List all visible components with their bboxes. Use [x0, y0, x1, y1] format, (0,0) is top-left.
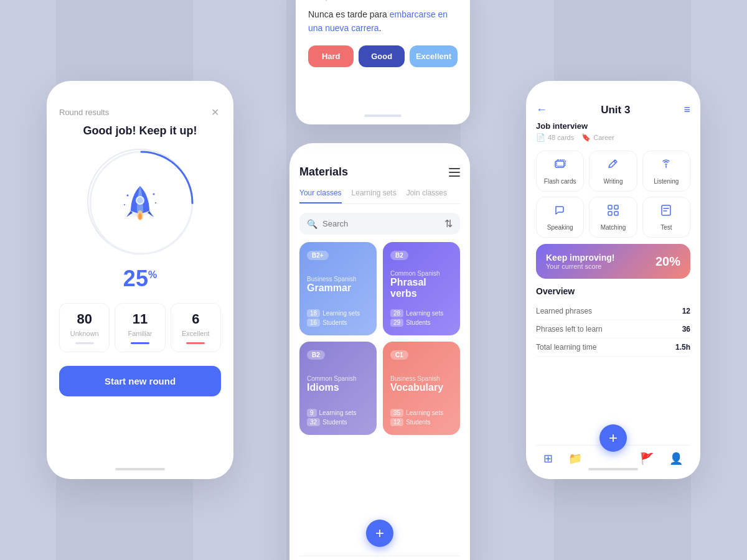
home-indicator-3	[588, 468, 638, 470]
motivational-text: Good job! Keep it up!	[83, 124, 197, 138]
example-text-before: Nunca es tarde para	[308, 9, 390, 19]
svg-rect-16	[608, 212, 612, 215]
cards-count: 48 cards	[548, 134, 574, 141]
card-name-phrasal: Phrasal verbs	[390, 277, 453, 299]
materials-tabs: Your classes Learning sets Join classes	[299, 189, 460, 204]
unit-fab-button[interactable]: +	[599, 424, 627, 452]
overview-row-learned: Learned phrases 12	[536, 302, 690, 320]
activity-speaking[interactable]: Speaking	[536, 197, 584, 238]
card-footer-vocab: 35 Learning sets 12 Students	[390, 409, 453, 426]
activity-writing[interactable]: Writing	[589, 151, 637, 192]
materials-header: Materials	[299, 166, 460, 179]
badge-b2-idioms: B2	[307, 350, 325, 360]
grammar-students: 16 Students	[307, 319, 369, 327]
tab-learning-sets[interactable]: Learning sets	[352, 189, 397, 203]
badge-b2: B2	[390, 251, 408, 260]
hard-button[interactable]: Hard	[308, 45, 354, 67]
unit-title: Unit 3	[601, 104, 630, 116]
overview-section: Overview Learned phrases 12 Phrases left…	[536, 286, 690, 357]
scene: Round results ✕ Good job! Keep it up!	[0, 0, 747, 560]
stats-row: 80 Unknown 11 Familiar 6 Excellent	[59, 303, 221, 352]
stat-bar-familiar	[131, 342, 149, 344]
example-label: Example of use	[308, 0, 458, 1]
stat-label-excellent: Excellent	[182, 330, 210, 337]
flashcards-label: Flash cards	[544, 178, 576, 185]
excellent-button[interactable]: Excellent	[410, 45, 458, 67]
fab-add-button[interactable]: +	[366, 520, 393, 547]
unit-meta: 📄 48 cards 🔖 Career	[536, 133, 690, 142]
activity-grid: Flash cards Writing Listening	[536, 151, 690, 238]
unit-nav-flag[interactable]: 🚩	[640, 452, 654, 465]
bottom-nav-materials: ⊞ 📁 🚩 👤 +	[299, 556, 460, 560]
time-value: 1.5h	[675, 343, 690, 352]
matching-label: Matching	[601, 224, 626, 231]
activity-flashcards[interactable]: Flash cards	[536, 151, 584, 192]
stat-familiar: 11 Familiar	[115, 303, 165, 352]
hamburger-menu[interactable]	[449, 168, 460, 177]
tab-join-classes[interactable]: Join classes	[406, 189, 447, 203]
card-name-idioms: Idioms	[307, 382, 369, 393]
good-button[interactable]: Good	[359, 45, 404, 67]
activity-matching[interactable]: Matching	[589, 197, 637, 238]
writing-icon	[606, 157, 620, 174]
home-indicator	[115, 468, 165, 470]
listening-icon	[659, 157, 673, 174]
class-card-grammar[interactable]: B2+ Business Spanish Grammar 18 Learning…	[299, 242, 377, 335]
start-new-round-button[interactable]: Start new round	[59, 366, 221, 396]
card-sub-grammar: Business Spanish	[307, 276, 369, 282]
stat-num-familiar: 11	[133, 311, 148, 327]
badge-b2plus: B2+	[307, 251, 329, 260]
test-icon	[659, 203, 673, 220]
stat-unknown: 80 Unknown	[59, 303, 110, 352]
unit-menu-button[interactable]: ≡	[684, 103, 690, 116]
card-name-vocab: Vocabulary	[390, 382, 453, 393]
activity-listening[interactable]: Listening	[642, 151, 690, 192]
activity-test[interactable]: Test	[642, 197, 690, 238]
stat-num-excellent: 6	[192, 311, 199, 327]
class-card-idioms[interactable]: B2 Common Spanish Idioms 9 Learning sets	[299, 342, 377, 435]
score-percent: 20%	[655, 254, 680, 269]
card-footer-idioms: 9 Learning sets 32 Students	[307, 409, 369, 426]
svg-rect-17	[614, 212, 618, 215]
back-button[interactable]: ←	[536, 103, 547, 116]
class-card-phrasal-verbs[interactable]: B2 Common Spanish Phrasal verbs 28 Learn…	[383, 242, 460, 335]
speaking-label: Speaking	[547, 224, 573, 231]
materials-title: Materials	[299, 166, 348, 179]
unit-category-meta: 🔖 Career	[581, 133, 614, 142]
close-button[interactable]: ✕	[209, 106, 221, 118]
cards-icon: 📄	[536, 133, 545, 142]
stat-bar-excellent	[186, 342, 205, 344]
matching-icon	[606, 203, 620, 220]
grammar-learning-sets: 18 Learning sets	[307, 309, 369, 317]
round-header: Round results ✕	[59, 106, 221, 118]
score-text: Keep improving! Your current score	[546, 253, 614, 270]
filter-button[interactable]: ⇅	[444, 218, 453, 230]
score-subtitle: Your current score	[546, 263, 614, 270]
unit-nav-folder[interactable]: 📁	[568, 452, 582, 465]
flashcard-buttons: Hard Good Excellent	[308, 45, 458, 67]
tab-your-classes[interactable]: Your classes	[299, 189, 342, 203]
unit-header: ← Unit 3 ≡	[536, 103, 690, 116]
flashcards-icon	[553, 157, 567, 174]
overview-row-time: Total learning time 1.5h	[536, 338, 690, 357]
swipe-indicator	[364, 114, 402, 117]
example-text: Nunca es tarde para embarcarse en una nu…	[308, 7, 458, 35]
stat-bar-unknown	[75, 342, 94, 344]
search-bar: 🔍 ⇅	[299, 213, 460, 235]
time-label: Total learning time	[536, 343, 596, 352]
category-icon: 🔖	[581, 133, 591, 142]
overview-title: Overview	[536, 286, 690, 296]
stat-label-familiar: Familiar	[128, 330, 152, 337]
unit-nav-profile[interactable]: 👤	[669, 452, 683, 465]
badge-c1: C1	[390, 350, 408, 360]
svg-rect-18	[662, 205, 670, 215]
search-icon: 🔍	[307, 219, 317, 229]
left-value: 36	[682, 325, 690, 334]
class-card-vocabulary[interactable]: C1 Business Spanish Vocabulary 35 Learni…	[383, 342, 460, 435]
score-title: Keep improving!	[546, 253, 614, 263]
learned-label: Learned phrases	[536, 307, 592, 315]
stat-num-unknown: 80	[77, 311, 92, 327]
card-footer-grammar: 18 Learning sets 16 Students	[307, 309, 369, 327]
search-input[interactable]	[322, 219, 439, 228]
unit-nav-home[interactable]: ⊞	[543, 452, 553, 465]
